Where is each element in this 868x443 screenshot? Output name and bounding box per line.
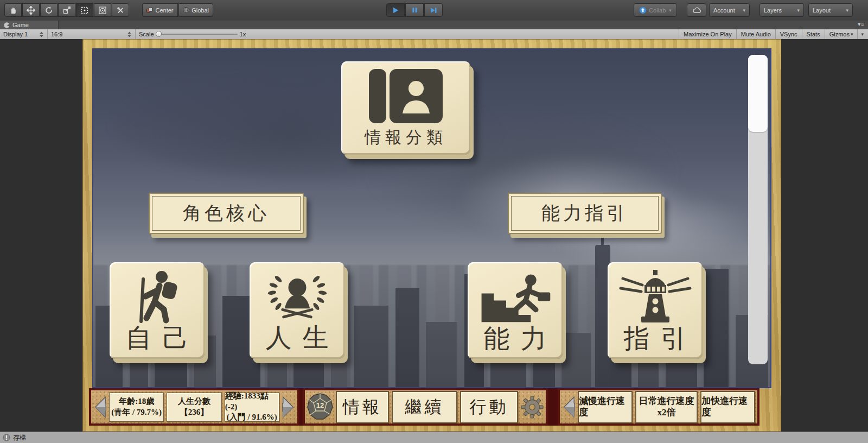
- continue-action-button[interactable]: 繼續: [392, 391, 457, 423]
- custom-tool-icon: [116, 6, 125, 15]
- normal-speed-multiplier: x2倍: [658, 407, 676, 418]
- pivot-global-button[interactable]: Global: [178, 3, 213, 17]
- layers-dropdown[interactable]: Layers ▾: [760, 3, 804, 17]
- vsync-button[interactable]: VSync: [775, 29, 802, 39]
- d12-dice-icon: 12: [307, 393, 333, 421]
- stats-button[interactable]: Stats: [802, 29, 825, 39]
- gear-icon[interactable]: [521, 396, 544, 419]
- self-label: 自己: [115, 325, 200, 352]
- self-button[interactable]: 自己: [110, 262, 205, 359]
- act-action-label: 行動: [469, 396, 508, 419]
- age-stat-box: 年齡:18歲 (青年 / 79.7%): [109, 393, 164, 422]
- unity-toolbar: Center Global Collab ▾ Account ▾ Layers …: [0, 0, 868, 21]
- layout-label: Layout: [813, 7, 831, 14]
- panel-menu-icon[interactable]: ▾≡: [858, 21, 865, 27]
- gizmos-dropdown[interactable]: Gizmos▾: [825, 29, 858, 39]
- info-category-button[interactable]: 情報分類: [341, 61, 470, 155]
- hand-tool-button[interactable]: [4, 3, 22, 17]
- guide-button[interactable]: 指引: [608, 262, 703, 359]
- transform-tool-icon: [98, 6, 107, 15]
- scale-slider[interactable]: [156, 34, 238, 35]
- info-action-label: 情報: [343, 396, 382, 419]
- arrow-left-icon[interactable]: [562, 396, 575, 419]
- scale-slider-knob[interactable]: [156, 31, 162, 37]
- caret-down-icon: ▾: [851, 31, 853, 37]
- maximize-on-play-button[interactable]: Maximize On Play: [679, 29, 736, 39]
- scale-control: Scale 1x: [136, 29, 250, 39]
- play-icon: [392, 7, 399, 14]
- editor-status-bar[interactable]: 存檔: [0, 432, 868, 443]
- collab-label: Collab: [649, 7, 666, 14]
- pause-icon: [411, 7, 418, 14]
- gizmos-menu-caret[interactable]: ▾: [857, 29, 866, 39]
- rect-tool-button[interactable]: [76, 3, 93, 17]
- layout-dropdown[interactable]: Layout ▾: [808, 3, 853, 17]
- hand-tool-icon: [9, 6, 17, 15]
- character-core-button[interactable]: 角色核心: [149, 193, 304, 234]
- ability-button[interactable]: 能力: [468, 262, 563, 359]
- info-action-button[interactable]: 情報: [336, 391, 389, 423]
- life-button[interactable]: 人生: [250, 262, 344, 359]
- aspect-ratio-dropdown[interactable]: 16:9: [48, 29, 136, 39]
- step-button[interactable]: [424, 3, 443, 17]
- vsync-label: VSync: [780, 31, 797, 37]
- caret-down-icon: ▾: [846, 8, 848, 13]
- stepper-icon: [39, 31, 44, 38]
- scale-label: Scale: [139, 31, 154, 37]
- account-label: Account: [713, 7, 735, 14]
- play-button[interactable]: [386, 3, 405, 17]
- scale-value: 1x: [240, 31, 246, 37]
- scrollbar-track[interactable]: [748, 55, 768, 364]
- caret-down-icon: ▾: [743, 8, 745, 13]
- hud-stats-section: 年齡:18歲 (青年 / 79.7%) 人生分數 【236】 經驗:1833點(…: [89, 388, 299, 426]
- pivot-center-label: Center: [155, 7, 173, 14]
- mute-audio-label: Mute Audio: [741, 31, 771, 37]
- move-tool-button[interactable]: [22, 3, 40, 17]
- caret-down-icon: ▾: [669, 8, 672, 13]
- tab-bar: Game ▾≡: [0, 21, 868, 29]
- fast-speed-button[interactable]: 加快進行速度: [700, 391, 755, 423]
- mute-audio-button[interactable]: Mute Audio: [736, 29, 775, 39]
- scale-tool-button[interactable]: [58, 3, 75, 17]
- slow-speed-label: 減慢進行速度: [579, 396, 631, 418]
- life-score-line2: 【236】: [180, 407, 209, 418]
- cloud-button[interactable]: [687, 3, 706, 17]
- scale-tool-icon: [62, 6, 71, 15]
- stats-label: Stats: [807, 31, 820, 37]
- guide-label: 指引: [613, 325, 698, 352]
- wooden-frame: 情報分類 角色核心 能力指引: [82, 39, 781, 432]
- life-score-stat-box: 人生分數 【236】: [167, 393, 221, 422]
- slow-speed-button[interactable]: 減慢進行速度: [578, 391, 633, 423]
- transform-tool-button[interactable]: [94, 3, 111, 17]
- custom-tool-button[interactable]: [112, 3, 129, 17]
- collab-dropdown[interactable]: Collab ▾: [634, 3, 677, 17]
- pivot-center-button[interactable]: Center: [142, 3, 178, 17]
- ability-guide-button[interactable]: 能力指引: [508, 193, 662, 234]
- arrow-right-icon[interactable]: [282, 396, 295, 419]
- game-viewport-area: 情報分類 角色核心 能力指引: [0, 39, 868, 432]
- pause-button[interactable]: [405, 3, 424, 17]
- scrollbar-thumb[interactable]: [748, 55, 768, 132]
- rotate-tool-icon: [44, 6, 53, 15]
- gizmos-label: Gizmos: [829, 31, 850, 37]
- experience-line2: (入門 / 91.6%): [227, 412, 277, 423]
- tab-game[interactable]: Game: [0, 21, 59, 29]
- info-category-label: 情報分類: [365, 126, 447, 149]
- life-label: 人生: [255, 324, 340, 351]
- normal-speed-button[interactable]: 日常進行速度 x2倍: [635, 391, 698, 423]
- laurel-person-icon: [260, 270, 334, 324]
- rotate-tool-button[interactable]: [40, 3, 58, 17]
- experience-stat-box: 經驗:1833點(-2) (入門 / 91.6%): [225, 393, 279, 422]
- maximize-on-play-label: Maximize On Play: [684, 31, 732, 37]
- display-label: Display 1: [3, 31, 28, 37]
- normal-speed-label: 日常進行速度: [639, 396, 694, 407]
- caret-down-icon: ▾: [861, 31, 864, 37]
- step-icon: [430, 7, 437, 14]
- layers-label: Layers: [764, 7, 782, 14]
- frame-bottom-lip: [82, 426, 781, 432]
- aspect-ratio-label: 16:9: [51, 31, 62, 37]
- arrow-left-icon[interactable]: [93, 396, 106, 419]
- act-action-button[interactable]: 行動: [460, 391, 518, 423]
- display-dropdown[interactable]: Display 1: [0, 29, 48, 39]
- account-dropdown[interactable]: Account ▾: [709, 3, 750, 17]
